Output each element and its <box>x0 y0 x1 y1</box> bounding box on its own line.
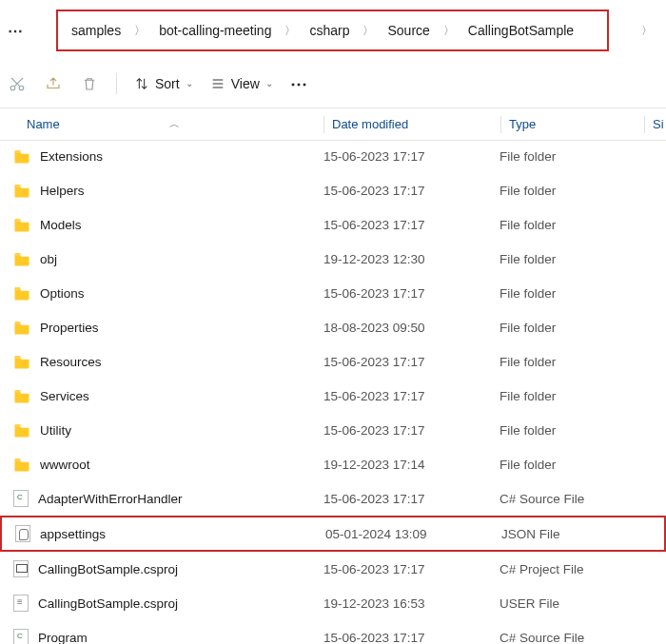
file-name: Extensions <box>40 149 103 164</box>
file-type: File folder <box>500 218 661 232</box>
chevron-right-icon[interactable]: 〉 <box>128 23 151 39</box>
chevron-right-icon[interactable]: 〉 <box>438 23 460 39</box>
column-header-type[interactable]: Type <box>501 117 536 131</box>
svg-point-0 <box>10 86 15 90</box>
file-row[interactable]: Models 15-06-2023 17:17 File folder <box>0 207 666 242</box>
svg-point-1 <box>19 86 24 90</box>
svg-rect-10 <box>15 424 21 427</box>
svg-rect-9 <box>15 390 21 393</box>
csharp-file-icon <box>13 629 29 644</box>
folder-icon <box>13 147 30 165</box>
svg-rect-3 <box>15 185 21 187</box>
svg-rect-8 <box>15 356 21 359</box>
svg-rect-6 <box>15 287 21 290</box>
chevron-right-icon[interactable]: 〉 <box>279 23 302 39</box>
file-row[interactable]: obj 19-12-2023 12:30 File folder <box>0 242 666 276</box>
svg-rect-7 <box>15 322 21 324</box>
file-type: File folder <box>500 458 661 472</box>
column-header-name[interactable]: Name <box>27 117 60 131</box>
column-header-date[interactable]: Date modified <box>324 117 408 131</box>
file-row[interactable]: Services 15-06-2023 17:17 File folder <box>0 379 666 413</box>
breadcrumb-item[interactable]: bot-calling-meeting <box>155 19 275 42</box>
file-row[interactable]: Resources 15-06-2023 17:17 File folder <box>0 344 666 379</box>
file-date: 15-06-2023 17:17 <box>323 562 500 576</box>
file-row[interactable]: CallingBotSample.csproj 15-06-2023 17:17… <box>0 552 666 586</box>
file-date: 19-12-2023 17:14 <box>323 458 500 472</box>
folder-icon <box>13 182 30 199</box>
file-row[interactable]: Extensions 15-06-2023 17:17 File folder <box>0 139 666 173</box>
file-name: Models <box>40 218 82 232</box>
folder-icon <box>13 353 30 370</box>
file-name: AdapterWithErrorHandler <box>38 492 183 506</box>
folder-icon <box>13 216 30 233</box>
file-row[interactable]: Utility 15-06-2023 17:17 File folder <box>0 413 666 447</box>
share-icon[interactable] <box>44 74 63 93</box>
file-type: File folder <box>500 252 661 266</box>
file-row[interactable]: Program 15-06-2023 17:17 C# Source File <box>0 620 666 644</box>
file-type: C# Project File <box>500 562 661 576</box>
toolbar-separator <box>116 73 117 94</box>
file-name: appsettings <box>40 527 106 541</box>
column-header-size[interactable]: Si <box>645 117 664 131</box>
sort-label: Sort <box>155 76 180 91</box>
file-date: 15-06-2023 17:17 <box>323 218 500 232</box>
file-date: 15-06-2023 17:17 <box>323 286 500 301</box>
file-row[interactable]: wwwroot 19-12-2023 17:14 File folder <box>0 447 666 481</box>
csharp-file-icon <box>13 490 29 507</box>
file-name: CallingBotSample.csproj <box>38 596 178 611</box>
file-row[interactable]: Options 15-06-2023 17:17 File folder <box>0 276 666 310</box>
file-date: 05-01-2024 13:09 <box>325 527 501 541</box>
breadcrumb-overflow-icon[interactable]: ⋯ <box>8 22 29 40</box>
delete-icon[interactable] <box>80 74 99 93</box>
file-name: CallingBotSample.csproj <box>38 562 178 576</box>
file-type: C# Source File <box>500 492 661 506</box>
chevron-right-icon[interactable]: 〉 <box>636 23 658 39</box>
view-button[interactable]: View ⌄ <box>210 76 273 91</box>
file-type: USER File <box>500 596 661 611</box>
file-type: File folder <box>500 355 661 369</box>
breadcrumb-item[interactable]: csharp <box>305 19 353 42</box>
folder-icon <box>13 421 30 439</box>
breadcrumb-item[interactable]: Source <box>383 19 433 42</box>
file-list: Extensions 15-06-2023 17:17 File folder … <box>0 141 666 644</box>
file-row[interactable]: appsettings 05-01-2024 13:09 JSON File <box>0 516 666 552</box>
chevron-down-icon: ⌄ <box>265 78 273 88</box>
file-row[interactable]: Properties 18-08-2023 09:50 File folder <box>0 310 666 344</box>
file-name: Properties <box>40 321 99 335</box>
file-name: obj <box>40 252 57 266</box>
folder-icon <box>13 319 30 336</box>
more-menu-icon[interactable]: ⋯ <box>290 73 309 94</box>
file-row[interactable]: Helpers 15-06-2023 17:17 File folder <box>0 173 666 207</box>
file-name: wwwroot <box>40 458 90 472</box>
breadcrumb: samples 〉 bot-calling-meeting 〉 csharp 〉… <box>56 10 609 51</box>
file-date: 19-12-2023 12:30 <box>323 252 500 266</box>
file-type: File folder <box>500 149 661 164</box>
file-date: 15-06-2023 17:17 <box>323 355 500 369</box>
file-row[interactable]: AdapterWithErrorHandler 15-06-2023 17:17… <box>0 481 666 516</box>
folder-icon <box>13 387 30 404</box>
cut-icon[interactable] <box>8 74 27 93</box>
view-label: View <box>231 76 260 91</box>
file-name: Options <box>40 286 85 301</box>
file-date: 15-06-2023 17:17 <box>323 184 500 198</box>
file-row[interactable]: CallingBotSample.csproj 19-12-2023 16:53… <box>0 586 666 620</box>
breadcrumb-item[interactable]: CallingBotSample <box>464 19 578 42</box>
file-name: Services <box>40 389 89 403</box>
file-name: Resources <box>40 355 102 369</box>
svg-rect-11 <box>15 459 21 461</box>
file-type: File folder <box>500 423 661 438</box>
file-date: 19-12-2023 16:53 <box>323 596 500 611</box>
breadcrumb-item[interactable]: samples <box>68 19 125 42</box>
json-file-icon <box>15 525 30 542</box>
file-name: Program <box>38 631 88 645</box>
sort-button[interactable]: Sort ⌄ <box>134 76 193 91</box>
file-type: C# Source File <box>500 631 661 645</box>
file-type: JSON File <box>501 527 663 541</box>
chevron-down-icon: ⌄ <box>186 78 193 88</box>
folder-icon <box>13 456 30 473</box>
file-name: Utility <box>40 423 71 438</box>
chevron-right-icon[interactable]: 〉 <box>357 23 380 39</box>
folder-icon <box>13 250 30 267</box>
svg-rect-4 <box>15 219 21 222</box>
file-date: 18-08-2023 09:50 <box>323 321 500 335</box>
